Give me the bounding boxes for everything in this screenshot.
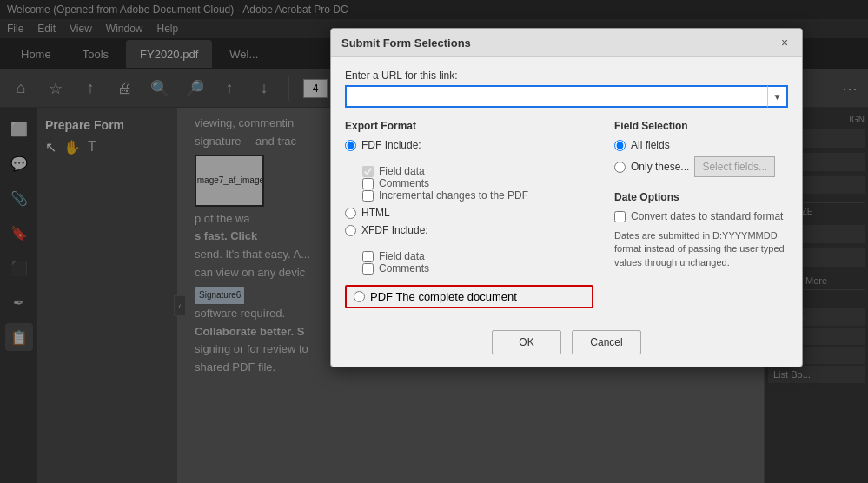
dialog-title: Submit Form Selections — [341, 36, 471, 50]
export-format-title: Export Format — [345, 120, 593, 132]
radio-only-these-label: Only these... — [631, 161, 689, 173]
radio-xfdf[interactable]: XFDF Include: — [345, 224, 593, 236]
dialog-body: Enter a URL for this link: ▼ Export Form… — [331, 57, 802, 321]
xfdf-sub-options: Field data Comments — [345, 250, 593, 275]
date-options-title: Date Options — [614, 191, 788, 203]
field-selection-radio-group: All fields Only these... Select fields..… — [614, 139, 788, 177]
xfdf-comments-checkbox[interactable] — [362, 263, 374, 275]
right-column: Field Selection All fields Only these...… — [614, 120, 788, 308]
url-label: Enter a URL for this link: — [345, 69, 788, 82]
submit-form-dialog: Submit Form Selections × Enter a URL for… — [330, 28, 803, 367]
two-column-layout: Export Format FDF Include: Field data — [345, 120, 788, 308]
radio-fdf[interactable]: FDF Include: — [345, 139, 593, 151]
url-input-row: ▼ — [345, 85, 788, 108]
cancel-button[interactable]: Cancel — [572, 330, 641, 354]
convert-dates-checkbox[interactable] — [614, 211, 626, 222]
checkbox-incremental: Incremental changes to the PDF — [362, 189, 593, 202]
checkbox-comments: Comments — [362, 177, 593, 189]
radio-html-input[interactable] — [345, 208, 356, 219]
incremental-checkbox[interactable] — [362, 190, 374, 202]
radio-only-these-input[interactable] — [614, 162, 626, 173]
convert-dates-row: Convert dates to standard format — [614, 210, 788, 222]
fdf-sub-options: Field data Comments Incremental changes … — [345, 165, 593, 202]
url-input[interactable] — [345, 85, 767, 108]
checkbox-field-data: Field data — [362, 165, 593, 177]
dialog-close-button[interactable]: × — [778, 36, 792, 50]
radio-all-fields[interactable]: All fields — [614, 139, 788, 151]
select-fields-button[interactable]: Select fields... — [694, 156, 775, 177]
xfdf-comments: Comments — [362, 262, 593, 275]
radio-pdf-highlighted[interactable]: PDF The complete document — [345, 285, 593, 308]
comments-checkbox[interactable] — [362, 178, 374, 189]
radio-all-fields-input[interactable] — [614, 140, 626, 151]
radio-xfdf-input[interactable] — [345, 225, 356, 236]
export-format-radio-group: FDF Include: Field data Comments — [345, 139, 593, 308]
radio-fdf-input[interactable] — [345, 140, 356, 151]
radio-html-label: HTML — [361, 207, 390, 219]
incremental-label: Incremental changes to the PDF — [379, 189, 528, 202]
date-options-section: Date Options Convert dates to standard f… — [614, 191, 788, 269]
radio-pdf-input[interactable] — [354, 291, 365, 302]
radio-xfdf-label: XFDF Include: — [361, 224, 428, 236]
xfdf-field-data-label: Field data — [379, 250, 425, 262]
field-selection-section: Field Selection All fields Only these...… — [614, 120, 788, 177]
radio-only-these[interactable]: Only these... — [614, 161, 689, 173]
dialog-footer: OK Cancel — [331, 321, 802, 367]
comments-label: Comments — [379, 177, 429, 189]
xfdf-field-data: Field data — [362, 250, 593, 262]
url-dropdown-button[interactable]: ▼ — [767, 85, 788, 108]
export-format-section: Export Format FDF Include: Field data — [345, 120, 593, 308]
xfdf-field-data-checkbox[interactable] — [362, 251, 374, 262]
xfdf-comments-label: Comments — [379, 262, 429, 275]
radio-all-fields-label: All fields — [631, 139, 670, 151]
radio-pdf-label: PDF The complete document — [370, 290, 517, 303]
dialog-title-bar: Submit Form Selections × — [331, 29, 802, 57]
only-these-row: Only these... Select fields... — [614, 156, 788, 177]
radio-fdf-label: FDF Include: — [361, 139, 421, 151]
radio-html[interactable]: HTML — [345, 207, 593, 219]
field-data-checkbox[interactable] — [362, 166, 374, 177]
field-data-label: Field data — [379, 165, 425, 177]
ok-button[interactable]: OK — [492, 330, 561, 354]
date-note: Dates are submitted in D:YYYYMMDD format… — [614, 229, 788, 269]
field-selection-title: Field Selection — [614, 120, 788, 132]
convert-dates-label: Convert dates to standard format — [631, 210, 783, 222]
